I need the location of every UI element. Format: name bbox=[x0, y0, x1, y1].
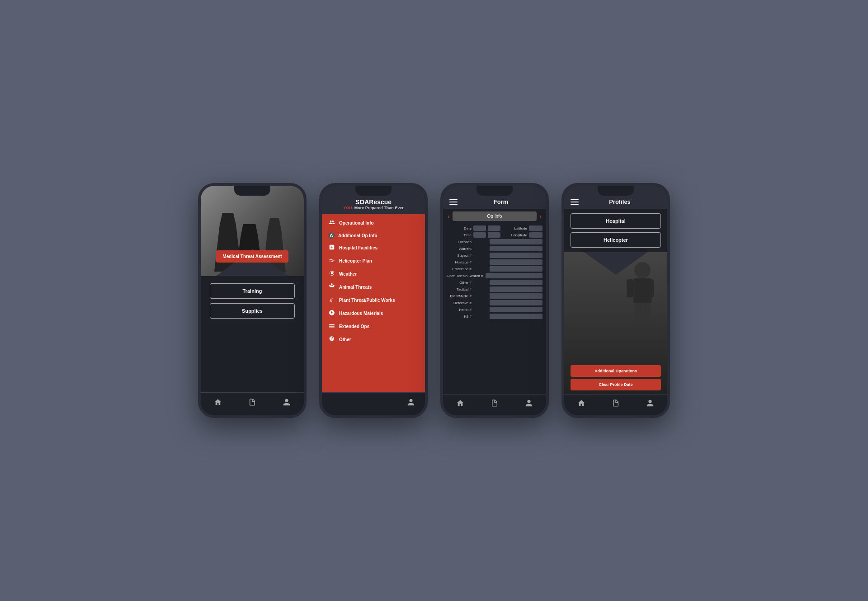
supplies-button[interactable]: Supplies bbox=[210, 303, 295, 319]
phone-4: Profiles Hospital Helicopter bbox=[561, 183, 670, 418]
warrent-label: Warrent bbox=[447, 247, 472, 251]
form-row-other: Other # bbox=[447, 280, 542, 285]
additional-operations-button[interactable]: Additional Operations bbox=[571, 365, 661, 377]
profile-nav-icon-p4[interactable] bbox=[645, 398, 655, 408]
other-label: Other bbox=[339, 337, 351, 342]
form-row-tactical: Tactical # bbox=[447, 286, 542, 292]
profile-nav-icon-p2[interactable] bbox=[406, 397, 416, 407]
tactical-label: Tactical # bbox=[447, 287, 472, 291]
k9-label: K9 # bbox=[447, 315, 472, 319]
phone-3: Form ‹ Op Info › Date Latitude Time bbox=[440, 183, 549, 418]
latitude-input[interactable] bbox=[529, 225, 542, 231]
training-button[interactable]: Training bbox=[210, 283, 295, 299]
menu-item-additional-op-info[interactable]: A Additional Op Info bbox=[322, 230, 425, 241]
hostage-input[interactable] bbox=[490, 259, 542, 265]
suspect-input[interactable] bbox=[490, 253, 542, 258]
time-input2[interactable] bbox=[488, 232, 500, 238]
svg-rect-7 bbox=[643, 303, 650, 322]
protection-label: Protection # bbox=[447, 267, 472, 271]
clear-profile-button[interactable]: Clear Profile Date bbox=[571, 379, 661, 390]
svg-point-2 bbox=[634, 262, 651, 278]
detective-label: Detective # bbox=[447, 301, 472, 305]
phone2-nav-bar bbox=[322, 392, 425, 415]
plant-threat-label: Plant Threat/Public Works bbox=[339, 298, 395, 303]
hamburger-menu-icon[interactable] bbox=[449, 199, 458, 205]
location-input[interactable] bbox=[490, 239, 542, 244]
document-nav-icon[interactable] bbox=[247, 397, 257, 407]
longitude-label: Longitude bbox=[502, 233, 527, 237]
menu-item-plant-threat[interactable]: Plant Threat/Public Works bbox=[322, 294, 425, 307]
phone2-menu: Operational Info A Additional Op Info Ho… bbox=[322, 214, 425, 392]
phone4-hero-image: Additional Operations Clear Profile Date bbox=[564, 252, 667, 394]
menu-item-extended-ops[interactable]: Extended Ops bbox=[322, 320, 425, 333]
form-row-protection: Protection # bbox=[447, 266, 542, 272]
phone4-nav-bar bbox=[564, 394, 667, 415]
latitude-label: Latitude bbox=[502, 226, 527, 230]
other-label: Other # bbox=[447, 281, 472, 285]
ems-input[interactable] bbox=[490, 293, 542, 299]
svg-rect-5 bbox=[647, 279, 654, 297]
profile-buttons: Hospital Helicopter bbox=[564, 209, 667, 252]
home-nav-icon-p3[interactable] bbox=[455, 398, 465, 408]
phone1-buttons: Training Supplies bbox=[201, 276, 304, 326]
open-terrain-label: Open Terrain Search # bbox=[447, 274, 483, 278]
other-input[interactable] bbox=[490, 280, 542, 285]
helicopter-icon bbox=[328, 257, 335, 265]
document-nav-icon-p3[interactable] bbox=[490, 398, 500, 408]
tagline-you: YOU. bbox=[343, 206, 353, 210]
hamburger-menu-icon-p4[interactable] bbox=[571, 199, 579, 205]
profile-nav-icon[interactable] bbox=[282, 397, 292, 407]
menu-item-other[interactable]: Other bbox=[322, 333, 425, 346]
phone2-screen: SOARescue YOU. More Prepared Than Ever O… bbox=[322, 186, 425, 415]
next-tab-arrow[interactable]: › bbox=[539, 213, 542, 220]
hospital-button[interactable]: Hospital bbox=[571, 213, 661, 229]
hostage-label: Hostage # bbox=[447, 260, 472, 264]
profile-nav-icon-p3[interactable] bbox=[524, 398, 534, 408]
hospital-label: Hospital Facilities bbox=[339, 245, 377, 250]
warrent-input[interactable] bbox=[490, 246, 542, 251]
k9-input[interactable] bbox=[490, 314, 542, 319]
menu-item-operational-info[interactable]: Operational Info bbox=[322, 216, 425, 230]
document-nav-icon-p4[interactable] bbox=[611, 398, 621, 408]
form-row-patrol: Patrol # bbox=[447, 307, 542, 312]
menu-item-animal-threats[interactable]: Animal Threats bbox=[322, 281, 425, 294]
phone1-hero-image: Medical Threat Assessment bbox=[201, 186, 304, 276]
form-row-suspect: Supect # bbox=[447, 253, 542, 258]
app-tagline: YOU. More Prepared Than Ever bbox=[326, 206, 420, 210]
prev-tab-arrow[interactable]: ‹ bbox=[448, 213, 450, 220]
protection-input[interactable] bbox=[490, 266, 542, 272]
form-row-warrent: Warrent bbox=[447, 246, 542, 251]
operational-info-label: Operational Info bbox=[339, 221, 374, 225]
helicopter-button[interactable]: Helicopter bbox=[571, 232, 661, 248]
home-nav-icon-p4[interactable] bbox=[576, 398, 586, 408]
form-title: Form bbox=[462, 198, 540, 205]
phone3-nav-bar bbox=[443, 394, 546, 415]
phones-container: Medical Threat Assessment Training Suppl… bbox=[180, 165, 688, 436]
home-nav-icon[interactable] bbox=[213, 397, 223, 407]
form-row-hostage: Hostage # bbox=[447, 259, 542, 265]
medical-threat-assessment-button[interactable]: Medical Threat Assessment bbox=[216, 250, 288, 263]
phone1-nav-bar bbox=[201, 392, 304, 415]
additional-op-label: Additional Op Info bbox=[338, 233, 377, 238]
detective-input[interactable] bbox=[490, 300, 542, 305]
longitude-input[interactable] bbox=[529, 232, 542, 238]
tactical-input[interactable] bbox=[490, 286, 542, 292]
op-info-tab[interactable]: Op Info bbox=[453, 211, 537, 221]
menu-item-hazmat[interactable]: Hazardous Materials bbox=[322, 307, 425, 320]
phone-1: Medical Threat Assessment Training Suppl… bbox=[198, 183, 307, 418]
date-input2[interactable] bbox=[488, 225, 500, 231]
time-input[interactable] bbox=[473, 232, 486, 238]
hazmat-icon bbox=[328, 310, 335, 317]
date-input[interactable] bbox=[473, 225, 486, 231]
menu-item-weather[interactable]: Weather bbox=[322, 268, 425, 281]
additional-op-icon: A bbox=[328, 232, 335, 239]
phone2-header: SOARescue YOU. More Prepared Than Ever bbox=[322, 186, 425, 214]
plant-threat-icon bbox=[328, 296, 335, 304]
phone-2: SOARescue YOU. More Prepared Than Ever O… bbox=[319, 183, 428, 418]
patrol-input[interactable] bbox=[490, 307, 542, 312]
menu-item-hospital[interactable]: Hospital Facilities bbox=[322, 241, 425, 254]
svg-rect-1 bbox=[329, 326, 335, 327]
suspect-label: Supect # bbox=[447, 254, 472, 258]
menu-item-helicopter[interactable]: Helicopter Plan bbox=[322, 254, 425, 268]
open-terrain-input[interactable] bbox=[486, 273, 542, 278]
